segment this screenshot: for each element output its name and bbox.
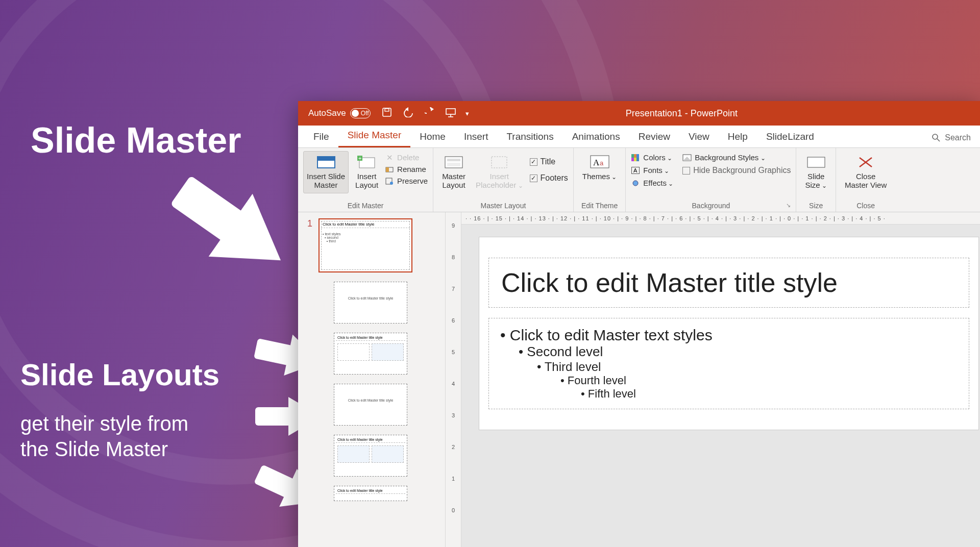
delete-icon: ✕ bbox=[385, 154, 394, 162]
slide-master-canvas[interactable]: Click to edit Master title style Click t… bbox=[479, 237, 979, 430]
layout-thumbnail[interactable]: Click to edit Master title style bbox=[334, 435, 407, 477]
autosave-toggle[interactable]: AutoSave Off bbox=[308, 108, 371, 118]
dialog-launcher-icon[interactable]: ↘ bbox=[786, 202, 793, 209]
title-checkbox-label: Title bbox=[541, 157, 556, 166]
rename-button[interactable]: Rename bbox=[385, 165, 428, 173]
thumb-title-placeholder: Click to edit Master title style bbox=[336, 437, 405, 443]
tab-review[interactable]: Review bbox=[629, 126, 679, 147]
footers-checkbox-label: Footers bbox=[541, 173, 568, 183]
preserve-button[interactable]: Preserve bbox=[385, 177, 428, 185]
footers-checkbox[interactable]: ✓ Footers bbox=[530, 173, 568, 183]
svg-rect-18 bbox=[317, 157, 335, 161]
ribbon-group-master-layout: Master Layout Insert Placeholder ✓ Title… bbox=[433, 148, 574, 212]
insert-layout-button[interactable]: + Insert Layout bbox=[352, 151, 382, 193]
colors-icon bbox=[631, 154, 640, 162]
hide-background-graphics-checkbox[interactable]: Hide Background Graphics bbox=[682, 166, 791, 175]
close-master-view-button[interactable]: Close Master View bbox=[841, 151, 890, 193]
svg-marker-11 bbox=[431, 107, 434, 111]
window-title: Presentation1 - PowerPoint bbox=[626, 108, 819, 119]
thumb-title-placeholder: Click to edit Master title style bbox=[321, 221, 410, 228]
vertical-ruler: 9876543210 bbox=[445, 212, 461, 547]
insert-placeholder-button: Insert Placeholder bbox=[472, 151, 527, 193]
body-level-2: Second level bbox=[519, 344, 958, 360]
svg-text:a: a bbox=[600, 159, 604, 167]
ribbon-group-label: Size bbox=[801, 200, 830, 211]
themes-icon: Aa bbox=[589, 155, 610, 170]
body-placeholder[interactable]: Click to edit Master text styles Second … bbox=[488, 318, 969, 409]
rename-label: Rename bbox=[397, 165, 426, 173]
tab-file[interactable]: File bbox=[304, 126, 338, 147]
thumb-body-placeholder: • text styles • second • third bbox=[320, 230, 411, 245]
body-level-3: Third level bbox=[537, 360, 958, 374]
svg-rect-4 bbox=[255, 407, 291, 426]
checkbox-icon: ✓ bbox=[530, 175, 537, 182]
slide-thumbnail-pane[interactable]: 1 Click to edit Master title style • tex… bbox=[298, 212, 445, 547]
ribbon-group-size: Slide Size Size bbox=[796, 148, 836, 212]
slide-canvas-area[interactable]: Click to edit Master title style Click t… bbox=[461, 225, 980, 547]
slide-size-button[interactable]: Slide Size bbox=[801, 151, 830, 193]
layout-thumbnail[interactable]: Click to edit Master title style bbox=[334, 486, 407, 501]
fonts-button[interactable]: A Fonts bbox=[631, 166, 673, 175]
search-icon bbox=[932, 133, 941, 142]
annotation-sub-line2: the Slide Master bbox=[20, 438, 168, 460]
master-slide-thumbnail[interactable]: Click to edit Master title style • text … bbox=[318, 218, 412, 272]
svg-rect-38 bbox=[636, 158, 639, 161]
svg-rect-43 bbox=[807, 157, 825, 167]
search-box[interactable]: Search bbox=[922, 128, 980, 147]
ribbon-group-background: Colors A Fonts Effects Background Styles bbox=[626, 148, 796, 212]
quick-access-toolbar: ▾ bbox=[382, 107, 469, 120]
svg-text:A: A bbox=[633, 167, 638, 173]
tab-help[interactable]: Help bbox=[719, 126, 757, 147]
present-icon[interactable] bbox=[445, 107, 456, 120]
tab-view[interactable]: View bbox=[679, 126, 719, 147]
slide-editor: · · 16 · | · 15 · | · 14 · | · 13 · | · … bbox=[461, 212, 980, 547]
delete-label: Delete bbox=[397, 153, 419, 162]
save-icon[interactable] bbox=[382, 107, 392, 120]
tab-transitions[interactable]: Transitions bbox=[497, 126, 562, 147]
annotation-sub-line1: get their style from bbox=[20, 412, 188, 435]
slide-size-icon bbox=[805, 155, 827, 170]
tab-slidelizard[interactable]: SlideLizard bbox=[757, 126, 823, 147]
insert-layout-label: Insert Layout bbox=[355, 172, 378, 190]
toggle-switch-icon: Off bbox=[350, 108, 371, 118]
title-checkbox[interactable]: ✓ Title bbox=[530, 157, 568, 166]
slide-master-icon bbox=[315, 155, 337, 170]
workspace: 1 Click to edit Master title style • tex… bbox=[298, 212, 980, 547]
themes-button[interactable]: Aa Themes bbox=[579, 151, 621, 185]
fonts-label: Fonts bbox=[643, 166, 669, 175]
ribbon-group-label: Background bbox=[631, 200, 791, 211]
tab-home[interactable]: Home bbox=[410, 126, 455, 147]
svg-rect-28 bbox=[447, 163, 460, 166]
svg-rect-35 bbox=[636, 154, 639, 158]
svg-point-41 bbox=[633, 181, 638, 186]
ribbon-tab-strip: File Slide Master Home Insert Transition… bbox=[298, 126, 980, 148]
thumb-title-placeholder: Click to edit Master title style bbox=[336, 335, 405, 341]
colors-label: Colors bbox=[643, 153, 672, 162]
tab-slide-master[interactable]: Slide Master bbox=[338, 125, 411, 147]
annotation-slide-master: Slide Master bbox=[31, 120, 241, 161]
title-placeholder[interactable]: Click to edit Master title style bbox=[488, 258, 969, 308]
undo-icon[interactable] bbox=[401, 107, 415, 120]
layout-thumbnail[interactable]: Click to edit Master title style bbox=[334, 282, 407, 324]
master-layout-button[interactable]: Master Layout bbox=[438, 151, 469, 193]
layout-thumbnail[interactable]: Click to edit Master title style bbox=[334, 333, 407, 375]
svg-rect-29 bbox=[492, 157, 507, 168]
svg-rect-36 bbox=[631, 158, 634, 161]
tab-animations[interactable]: Animations bbox=[563, 126, 629, 147]
layout-thumbnail[interactable]: Click to edit Master title style bbox=[334, 384, 407, 426]
close-icon bbox=[855, 155, 876, 170]
redo-icon[interactable] bbox=[425, 107, 436, 120]
background-styles-button[interactable]: Background Styles bbox=[682, 153, 791, 162]
qat-customize-icon[interactable]: ▾ bbox=[465, 110, 469, 117]
insert-slide-master-button[interactable]: Insert Slide Master bbox=[303, 151, 349, 193]
svg-point-15 bbox=[933, 134, 938, 139]
insert-placeholder-label: Insert Placeholder bbox=[476, 172, 523, 190]
ribbon-group-edit-theme: Aa Themes Edit Theme bbox=[574, 148, 626, 212]
background-styles-label: Background Styles bbox=[695, 153, 765, 162]
checkbox-icon: ✓ bbox=[530, 158, 537, 166]
colors-button[interactable]: Colors bbox=[631, 153, 673, 162]
fonts-icon: A bbox=[631, 166, 640, 175]
body-level-5: Fifth level bbox=[581, 387, 958, 401]
tab-insert[interactable]: Insert bbox=[455, 126, 498, 147]
effects-button[interactable]: Effects bbox=[631, 179, 673, 187]
